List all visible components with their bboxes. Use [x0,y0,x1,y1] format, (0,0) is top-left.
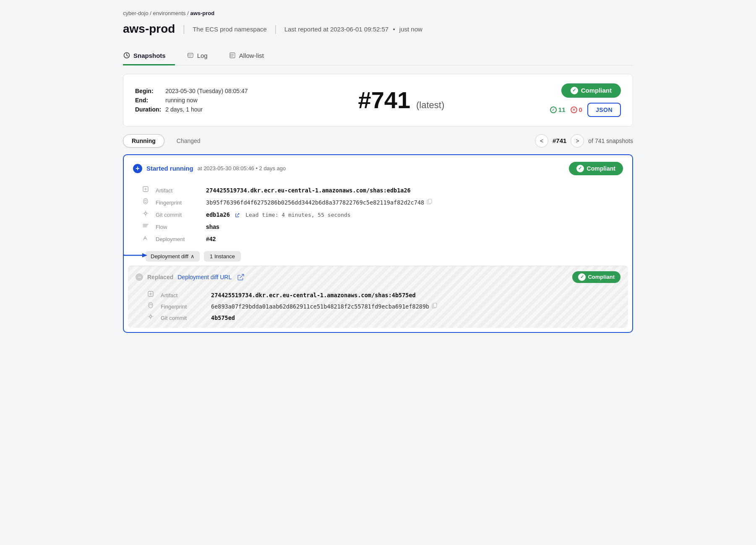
tab-allowlist-label: Allow-list [239,52,264,59]
tabs-row: Snapshots Log Allow-list [123,47,633,65]
detail-row-git: Git commit edb1a26 Lead time: 4 minutes,… [142,208,623,220]
instance-button[interactable]: 1 Instance [204,251,241,262]
git-icon [142,210,154,217]
git-value: edb1a26 Lead time: 4 minutes, 55 seconds [206,211,351,218]
detail-row-flow: Flow shas [142,220,623,232]
artifact-label: Artifact [156,187,206,194]
reported-when: just now [399,26,422,33]
header-divider: | [182,23,185,34]
fingerprint-icon [142,198,154,205]
tab-allowlist[interactable]: Allow-list [229,47,273,65]
filter-changed[interactable]: Changed [168,134,209,148]
deployment-diff-url-link[interactable]: Deployment diff URL [177,274,232,280]
replaced-compliant-badge: Compliant [572,271,620,283]
replaced-artifact-value: 274425519734.dkr.ecr.eu-central-1.amazon… [211,292,416,298]
deployment-label: Deployment [156,236,206,242]
green-dot-icon [550,106,557,113]
running-compliant-badge: Compliant [569,162,623,175]
filter-pagination-row: Running Changed < #741 > of 741 snapshot… [123,134,633,148]
started-running-label: Started running [146,165,193,172]
reported-time: Last reported at 2023-06-01 09:52:57 [284,26,389,33]
count-red: 0 [571,106,582,113]
minus-circle-icon: − [136,273,143,281]
header-reported: Last reported at 2023-06-01 09:52:57 • j… [284,26,422,33]
deploy-diff-button[interactable]: Deployment diff ∧ [146,251,200,262]
breadcrumb-part2: environments [153,10,186,16]
svg-point-13 [150,315,152,317]
tab-log[interactable]: Log [187,47,217,65]
flow-label: Flow [156,224,206,230]
snapshot-number: #741 (latest) [269,86,533,114]
page-title: aws-prod [123,22,175,36]
lead-time: Lead time: 4 minutes, 55 seconds [245,212,350,218]
header-description: The ECS prod namespace [193,26,267,33]
end-label: End: [135,96,165,105]
duration-value: 2 days, 1 hour [165,105,252,114]
bullet: • [393,26,395,33]
header-divider2: | [274,23,277,34]
chevron-up-icon: ∧ [190,253,195,260]
replaced-fingerprint-value: 6e893a07f29bdda01aab62d862911ce51b48218f… [211,303,429,310]
snapshot-number-text: #741 [358,87,411,113]
prev-page-button[interactable]: < [535,134,548,148]
fingerprint-value: 3b95f76396fd4f6275286b0256dd3442b6d8a377… [206,199,424,206]
tab-snapshots-label: Snapshots [133,52,166,59]
svg-marker-8 [142,253,147,257]
snapshot-counts: 11 0 JSON [550,103,621,117]
compliant-badge: Compliant [561,83,621,98]
replaced-fingerprint-copy-icon[interactable] [432,303,438,309]
artifact-value: 274425519734.dkr.ecr.eu-central-1.amazon… [206,187,411,194]
deployment-value: #42 [206,236,216,242]
next-page-button[interactable]: > [571,134,584,148]
replaced-label: Replaced [147,274,173,280]
replaced-git-icon [147,313,159,320]
pagination-controls: < #741 > of 741 snapshots [535,134,633,148]
running-check-icon [576,165,584,172]
replaced-artifact-icon [147,291,159,297]
tab-snapshots[interactable]: Snapshots [123,47,175,65]
snapshot-info-card: Begin: 2023-05-30 (Tuesday) 08:05:47 End… [123,74,633,127]
detail-row-fingerprint: Fingerprint 3b95f76396fd4f6275286b0256dd… [142,196,623,208]
replaced-check-icon [578,273,586,281]
fingerprint-copy-icon[interactable] [427,199,433,205]
begin-label: Begin: [135,86,165,96]
red-dot-icon [571,106,577,113]
filter-running[interactable]: Running [123,134,164,148]
filter-pills: Running Changed [123,134,209,148]
deployment-icon [142,234,154,241]
replaced-artifact-label: Artifact [161,292,211,298]
running-card: + Started running at 2023-05-30 08:05:46… [123,154,633,333]
deploy-diff-row: Deployment diff ∧ 1 Instance [124,249,632,266]
tab-log-label: Log [197,52,208,59]
replaced-details: Artifact 274425519734.dkr.ecr.eu-central… [128,287,628,328]
replaced-artifact-row: Artifact 274425519734.dkr.ecr.eu-central… [147,289,620,300]
replaced-git-value: 4b575ed [211,314,235,321]
replaced-compliant-label: Compliant [588,274,615,280]
flow-icon [142,222,154,229]
count-green-value: 11 [558,106,566,113]
fingerprint-label: Fingerprint [156,200,206,206]
started-running-meta: at 2023-05-30 08:05:46 • 2 days ago [198,165,286,171]
plus-circle-icon: + [133,164,142,173]
blue-arrow-annotation [123,241,151,257]
svg-point-7 [145,212,147,214]
breadcrumb-part1: cyber-dojo [123,10,149,16]
json-button[interactable]: JSON [587,103,621,117]
svg-point-10 [149,302,153,308]
compliant-label: Compliant [581,87,612,94]
started-running-row: + Started running at 2023-05-30 08:05:46… [133,164,286,173]
pagination-of-label: of 741 snapshots [588,138,633,144]
replaced-git-row: Git commit 4b575ed [147,311,620,323]
snapshot-meta: Begin: 2023-05-30 (Tuesday) 08:05:47 End… [135,86,253,114]
deploy-diff-label: Deployment diff [151,253,188,260]
breadcrumb-sep1: / [149,10,153,16]
artifact-icon [142,186,154,192]
current-snapshot-number: #741 [553,137,566,144]
replaced-section: − Replaced Deployment diff URL Compliant… [128,266,628,328]
replaced-left: − Replaced Deployment diff URL [136,273,244,281]
detail-row-artifact: Artifact 274425519734.dkr.ecr.eu-central… [142,184,623,196]
svg-point-4 [143,198,148,204]
git-label: Git commit [156,212,206,218]
replaced-fingerprint-row: Fingerprint 6e893a07f29bdda01aab62d86291… [147,300,620,311]
running-card-header: + Started running at 2023-05-30 08:05:46… [124,155,632,181]
